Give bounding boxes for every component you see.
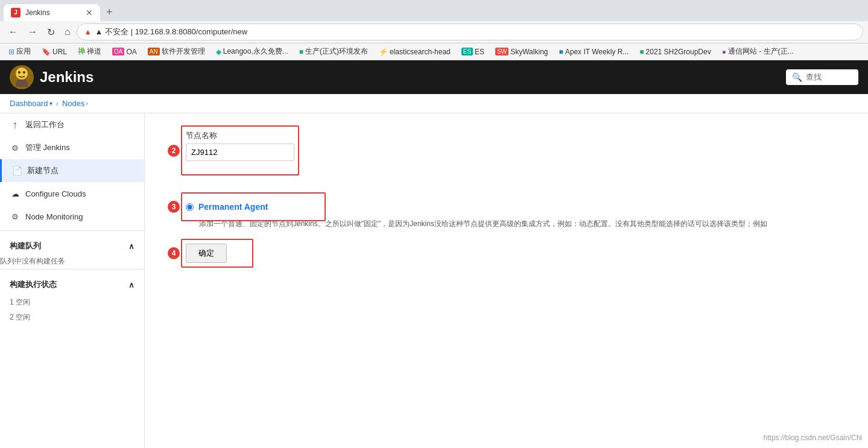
apex-icon: ■: [559, 48, 563, 56]
bookmark-chando[interactable]: 禅 禅道: [74, 45, 105, 58]
bookmark-oa[interactable]: OA OA: [109, 46, 141, 57]
sidebar-item-configure-clouds[interactable]: ☁ Configure Clouds: [0, 182, 144, 205]
bookmark-elastic[interactable]: ⚡ elasticsearch-head: [375, 46, 454, 57]
build-executor-label: 构建执行状态: [10, 279, 57, 290]
prod-icon: ■: [299, 48, 303, 56]
build-executor-chevron: ∧: [128, 280, 135, 289]
sidebar-divider-2: [0, 269, 144, 270]
address-bar[interactable]: ▲ ▲ 不安全 | 192.168.9.8:8080/computer/new: [77, 24, 863, 40]
bookmark-prod[interactable]: ■ 生产(正式)环境发布: [296, 45, 372, 58]
browser-chrome: J Jenkins ✕ + ← → ↻ ⌂ ▲ ▲ 不安全 | 192.168.…: [0, 0, 868, 60]
chando-label: 禅道: [87, 46, 101, 57]
build-queue-content: 队列中没有构建任务: [0, 256, 144, 267]
bookmark-software[interactable]: AN 软件开发管理: [144, 45, 209, 58]
dashboard-dropdown-icon: ▾: [49, 100, 52, 107]
bookmark-telecom[interactable]: ● 通信网站 - 生产(正...: [718, 45, 797, 58]
apex-label: Apex IT Weekly R...: [565, 48, 629, 56]
svg-point-0: [16, 68, 28, 80]
reload-button[interactable]: ↻: [43, 25, 59, 39]
sidebar-item-back-workspace[interactable]: ↑ 返回工作台: [0, 113, 144, 136]
tab-close-button[interactable]: ✕: [86, 8, 93, 17]
dashboard-label: Dashboard: [10, 99, 48, 108]
monitoring-gear-icon: ⚙: [10, 211, 21, 222]
bookmark-apex[interactable]: ■ Apex IT Weekly R...: [555, 46, 632, 57]
jenkins-avatar-icon: [10, 65, 34, 89]
back-button[interactable]: ←: [5, 25, 22, 39]
search-box[interactable]: 🔍 查找: [786, 69, 858, 85]
sh2group-icon: ■: [639, 48, 644, 56]
breadcrumb-nodes[interactable]: Nodes ›: [62, 99, 88, 108]
address-text: ▲ 不安全 | 192.168.9.8:8080/computer/new: [95, 27, 855, 37]
software-icon: AN: [148, 48, 160, 55]
executor-2-label: 2 空闲: [10, 313, 30, 321]
search-icon: 🔍: [792, 72, 802, 82]
configure-clouds-label: Configure Clouds: [25, 189, 86, 198]
elastic-icon: ⚡: [379, 48, 388, 56]
active-tab[interactable]: J Jenkins ✕: [4, 4, 100, 21]
forward-button[interactable]: →: [24, 25, 41, 39]
bookmark-url[interactable]: 🔖 URL: [38, 46, 71, 57]
sh2group-label: 2021 SH2GroupDev: [646, 48, 711, 56]
executor-item-2: 2 空闲: [0, 310, 144, 325]
permanent-agent-radio[interactable]: [186, 203, 194, 211]
svg-rect-5: [25, 82, 28, 87]
sidebar-divider-1: [0, 230, 144, 231]
build-queue-section[interactable]: 构建队列 ∧: [0, 236, 144, 256]
bookmarks-bar: ⊞ 应用 🔖 URL 禅 禅道 OA OA AN 软件开发管理 ◆ Leango…: [0, 43, 868, 60]
jenkins-header: Jenkins 🔍 查找: [0, 60, 868, 94]
callout-number-3: 3: [168, 201, 180, 213]
main-layout: ↑ 返回工作台 ⚙ 管理 Jenkins 📄 新建节点 ☁ Configure …: [0, 113, 868, 448]
oa-icon: OA: [112, 48, 124, 55]
software-label: 软件开发管理: [162, 46, 205, 57]
tab-favicon: J: [11, 8, 21, 17]
node-monitoring-label: Node Monitoring: [25, 212, 83, 221]
confirm-button[interactable]: 确定: [186, 244, 227, 263]
permanent-agent-option: Permanent Agent: [186, 197, 321, 216]
url-icon: 🔖: [42, 48, 51, 56]
svg-point-1: [18, 71, 21, 74]
url-label: URL: [52, 48, 67, 56]
agent-type-callout: 3 Permanent Agent: [181, 192, 326, 221]
bookmark-leangoo[interactable]: ◆ Leangoo,永久免费...: [212, 45, 292, 58]
new-tab-button[interactable]: +: [101, 4, 118, 21]
bookmark-es[interactable]: ES ES: [458, 46, 488, 57]
nodes-label: Nodes: [62, 99, 85, 108]
build-queue-chevron: ∧: [128, 242, 135, 251]
search-placeholder: 查找: [806, 72, 822, 83]
executor-1-label: 1 空闲: [10, 298, 30, 306]
manage-jenkins-label: 管理 Jenkins: [25, 142, 70, 153]
main-content: 2 节点名称 3 Permanent Agent 添加一个普通: [145, 113, 868, 448]
apps-label: 应用: [16, 46, 31, 57]
es-icon: ES: [461, 48, 473, 55]
svg-rect-3: [17, 80, 27, 87]
callout-number-2: 2: [168, 145, 180, 157]
permanent-agent-label: Permanent Agent: [198, 202, 268, 212]
sidebar: ↑ 返回工作台 ⚙ 管理 Jenkins 📄 新建节点 ☁ Configure …: [0, 113, 145, 448]
node-name-input[interactable]: [186, 144, 294, 161]
home-button[interactable]: ⌂: [61, 25, 74, 39]
breadcrumb-dashboard[interactable]: Dashboard ▾: [10, 99, 52, 108]
sidebar-item-node-monitoring[interactable]: ⚙ Node Monitoring: [0, 205, 144, 228]
apps-icon: ⊞: [8, 48, 14, 56]
build-executor-section[interactable]: 构建执行状态 ∧: [0, 274, 144, 295]
bookmark-sh2group[interactable]: ■ 2021 SH2GroupDev: [636, 46, 714, 57]
node-name-group: 节点名称: [186, 130, 294, 161]
svg-point-2: [23, 71, 25, 74]
executor-item-1: 1 空闲: [0, 295, 144, 310]
tab-title: Jenkins: [25, 8, 81, 17]
callout-number-4: 4: [168, 247, 180, 259]
node-name-callout: 2 节点名称: [181, 125, 299, 175]
sidebar-item-manage-jenkins[interactable]: ⚙ 管理 Jenkins: [0, 136, 144, 159]
new-node-label: 新建节点: [27, 165, 59, 176]
bookmark-skywalking[interactable]: SW SkyWalking: [492, 46, 551, 57]
svg-rect-4: [16, 82, 18, 87]
cloud-icon: ☁: [10, 188, 21, 199]
bookmark-apps[interactable]: ⊞ 应用: [5, 45, 34, 58]
node-name-label: 节点名称: [186, 130, 294, 141]
telecom-icon: ●: [722, 48, 726, 56]
jenkins-title: Jenkins: [40, 69, 93, 86]
build-queue-label: 构建队列: [10, 241, 41, 251]
security-icon: ▲: [84, 28, 92, 36]
sidebar-item-new-node[interactable]: 📄 新建节点: [0, 159, 144, 182]
leangoo-label: Leangoo,永久免费...: [223, 46, 288, 57]
